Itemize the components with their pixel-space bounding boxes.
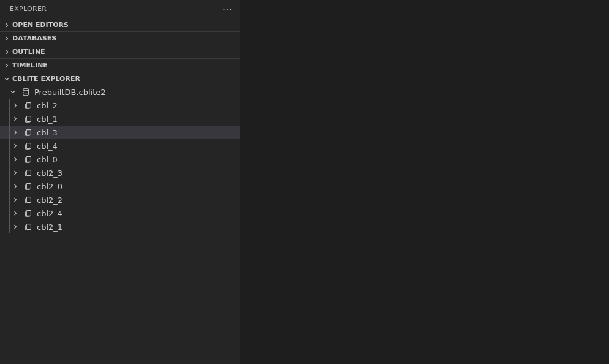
- section-outline[interactable]: OUTLINE: [0, 45, 240, 58]
- document-icon: [23, 141, 33, 151]
- indent-guide: [9, 220, 10, 233]
- chevron-right-icon: [2, 34, 11, 43]
- explorer-sidebar: EXPLORER ⋯ OPEN EDITORS DATABASES: [0, 0, 241, 364]
- svg-rect-9: [26, 211, 31, 216]
- svg-point-0: [23, 88, 29, 91]
- indent-guide: [9, 153, 10, 166]
- indent-guide: [9, 139, 10, 153]
- section-label: CBLITE EXPLORER: [12, 75, 80, 83]
- chevron-right-icon: [11, 195, 20, 204]
- document-icon: [23, 208, 33, 218]
- panel-title: EXPLORER: [10, 5, 47, 13]
- chevron-right-icon: [11, 142, 20, 150]
- tree-item[interactable]: cbl2_0: [0, 180, 240, 193]
- tree-item-label: cbl_2: [37, 101, 58, 110]
- tree-item[interactable]: cbl_1: [0, 112, 240, 126]
- chevron-down-icon: [9, 88, 17, 96]
- section-label: OPEN EDITORS: [12, 21, 69, 29]
- section-label: DATABASES: [12, 34, 56, 42]
- tree-item[interactable]: cbl2_2: [0, 193, 240, 207]
- section-open-editors[interactable]: OPEN EDITORS: [0, 18, 240, 31]
- chevron-right-icon: [2, 61, 11, 70]
- tree-item-label: cbl2_1: [37, 222, 62, 232]
- chevron-down-icon: [2, 75, 11, 83]
- svg-rect-5: [26, 157, 31, 162]
- tree-item-label: cbl_0: [37, 155, 58, 164]
- section-databases[interactable]: DATABASES: [0, 31, 240, 45]
- section-label: OUTLINE: [12, 48, 45, 56]
- chevron-right-icon: [2, 48, 11, 56]
- document-icon: [23, 222, 33, 232]
- document-icon: [23, 168, 33, 178]
- svg-rect-1: [26, 103, 31, 108]
- tree-item-label: cbl2_3: [37, 169, 62, 178]
- section-cblite-explorer[interactable]: CBLITE EXPLORER: [0, 72, 240, 85]
- document-icon: [23, 154, 33, 164]
- chevron-right-icon: [11, 182, 20, 191]
- indent-guide: [9, 207, 10, 220]
- database-icon: [21, 87, 31, 97]
- chevron-right-icon: [11, 169, 20, 177]
- svg-rect-8: [26, 197, 31, 203]
- svg-rect-6: [26, 170, 31, 176]
- tree-item-label: cbl_4: [37, 142, 58, 151]
- chevron-right-icon: [11, 209, 20, 218]
- document-icon: [23, 114, 33, 124]
- tree-item[interactable]: cbl2_4: [0, 207, 240, 220]
- tree-item[interactable]: cbl_2: [0, 99, 240, 112]
- tree-item-label: cbl_3: [37, 128, 58, 137]
- document-icon: [23, 100, 33, 110]
- indent-guide: [9, 126, 10, 139]
- panel-header: EXPLORER ⋯: [0, 0, 240, 18]
- tree-item-label: cbl_1: [37, 115, 58, 124]
- section-label: TIMELINE: [12, 61, 48, 69]
- chevron-right-icon: [2, 21, 11, 29]
- document-icon: [23, 127, 33, 137]
- tree-item[interactable]: cbl2_1: [0, 220, 240, 233]
- tree-item[interactable]: cbl_4: [0, 139, 240, 153]
- document-icon: [23, 181, 33, 191]
- ellipsis-icon: ⋯: [222, 4, 232, 14]
- chevron-right-icon: [11, 101, 20, 110]
- indent-guide: [9, 180, 10, 193]
- tree-item-label: cbl2_0: [37, 182, 62, 191]
- tree-item[interactable]: cbl_3: [0, 126, 240, 139]
- tree-item[interactable]: cbl2_3: [0, 166, 240, 180]
- tree-item[interactable]: cbl_0: [0, 153, 240, 166]
- tree-item-label: cbl2_2: [37, 195, 62, 205]
- document-icon: [23, 195, 33, 205]
- section-timeline[interactable]: TIMELINE: [0, 58, 240, 72]
- chevron-right-icon: [11, 115, 20, 123]
- svg-rect-3: [26, 130, 31, 135]
- indent-guide: [9, 99, 10, 112]
- indent-guide: [9, 193, 10, 207]
- indent-guide: [9, 166, 10, 180]
- tree-database-node[interactable]: PrebuiltDB.cblite2: [0, 85, 240, 99]
- more-actions-button[interactable]: ⋯: [221, 2, 234, 16]
- chevron-right-icon: [11, 128, 20, 137]
- cblite-tree: PrebuiltDB.cblite2 cbl_2cbl_1cbl_3cbl_4c…: [0, 85, 240, 364]
- svg-rect-10: [26, 224, 31, 230]
- svg-rect-7: [26, 184, 31, 189]
- chevron-right-icon: [11, 222, 20, 231]
- svg-rect-2: [26, 116, 31, 122]
- tree-item-label: cbl2_4: [37, 209, 62, 218]
- editor-area: [241, 0, 609, 364]
- svg-rect-4: [26, 143, 31, 149]
- indent-guide: [9, 112, 10, 126]
- chevron-right-icon: [11, 155, 20, 164]
- database-name: PrebuiltDB.cblite2: [34, 88, 106, 97]
